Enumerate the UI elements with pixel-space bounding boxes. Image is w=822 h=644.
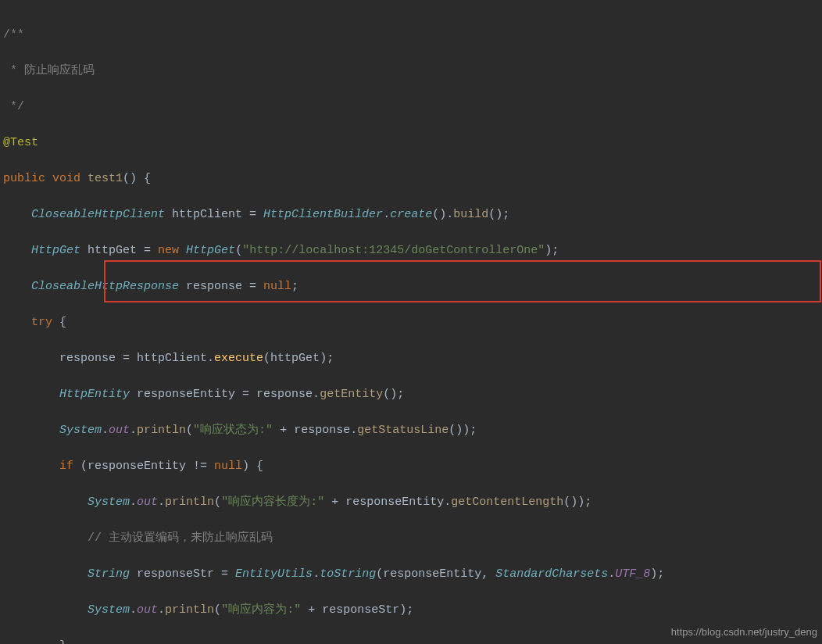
identifier: response	[186, 280, 242, 293]
type: System	[88, 603, 130, 617]
method: build	[453, 208, 488, 221]
identifier: response	[294, 424, 350, 437]
field: out	[137, 496, 158, 509]
method: toString	[320, 567, 376, 581]
type: System	[59, 424, 102, 437]
code-line: @Test	[3, 134, 819, 152]
identifier: responseStr	[322, 603, 399, 617]
method: getContentLength	[451, 496, 563, 509]
type: EntityUtils	[235, 567, 313, 581]
string: "响应状态为:"	[193, 424, 273, 437]
type: System	[88, 496, 130, 509]
annotation: @Test	[3, 136, 38, 149]
comment: /**	[3, 28, 24, 41]
code-line: if (responseEntity != null) {	[3, 457, 819, 475]
identifier: httpClient	[137, 352, 207, 365]
keyword: try	[31, 316, 52, 329]
type: String	[88, 567, 130, 581]
keyword: void	[52, 172, 80, 185]
string: "响应内容为:"	[221, 603, 301, 617]
code-line: System.out.println("响应内容长度为:" + response…	[3, 493, 819, 511]
type: HttpGet	[31, 244, 80, 257]
method: execute	[214, 352, 263, 365]
keyword: new	[158, 244, 179, 257]
code-line: CloseableHttpClient httpClient = HttpCli…	[3, 206, 819, 224]
identifier: response	[256, 388, 313, 401]
identifier: httpGet	[270, 352, 320, 365]
code-line: HttpGet httpGet = new HttpGet("http://lo…	[3, 242, 819, 259]
code-line: response = httpClient.execute(httpGet);	[3, 349, 819, 367]
keyword: public	[3, 172, 45, 185]
method: getEntity	[320, 388, 383, 401]
code-line: System.out.println("响应内容为:" + responseSt…	[3, 601, 819, 619]
type: HttpClientBuilder	[263, 208, 383, 221]
method: println	[165, 496, 214, 509]
type: StandardCharsets	[495, 567, 608, 581]
identifier: responseEntity	[345, 496, 444, 509]
op: =	[116, 352, 137, 365]
op: =	[235, 388, 256, 401]
identifier: httpClient	[172, 208, 242, 221]
identifier: response	[59, 352, 116, 365]
op: !=	[186, 460, 214, 473]
keyword: null	[214, 460, 242, 473]
code-line: /**	[3, 26, 819, 44]
comment: // 主动设置编码，来防止响应乱码	[88, 531, 273, 545]
identifier: httpGet	[88, 244, 137, 257]
method: println	[137, 424, 186, 437]
code-line: */	[3, 98, 819, 116]
identifier: responseEntity	[383, 567, 481, 581]
tokens: () {	[123, 172, 151, 185]
identifier: responseEntity	[88, 460, 186, 473]
code-line: CloseableHttpResponse response = null;	[3, 277, 819, 295]
method: println	[165, 603, 214, 617]
code-line: // 主动设置编码，来防止响应乱码	[3, 529, 819, 547]
code-line: System.out.println("响应状态为:" + response.g…	[3, 421, 819, 439]
op: =	[214, 567, 235, 581]
code-line: String responseStr = EntityUtils.toStrin…	[3, 565, 819, 583]
watermark: https://blog.csdn.net/justry_deng	[671, 623, 817, 641]
identifier: responseStr	[137, 567, 214, 581]
code-line: HttpEntity responseEntity = response.get…	[3, 385, 819, 403]
string: "响应内容长度为:"	[221, 496, 324, 509]
op: =	[242, 280, 263, 293]
op: =	[242, 208, 263, 221]
method-name: test1	[88, 172, 123, 185]
code-line: * 防止响应乱码	[3, 62, 819, 80]
code-line: try {	[3, 313, 819, 331]
type: HttpGet	[186, 244, 235, 257]
field: out	[109, 424, 130, 437]
method: create	[390, 208, 432, 221]
code-line: public void test1() {	[3, 170, 819, 188]
keyword: null	[263, 280, 291, 293]
identifier: responseEntity	[137, 388, 235, 401]
op: =	[137, 244, 158, 257]
field: out	[137, 603, 158, 617]
keyword: if	[59, 460, 73, 473]
comment: */	[3, 100, 24, 113]
type: CloseableHttpClient	[31, 208, 165, 221]
type: CloseableHttpResponse	[31, 280, 179, 293]
code-editor[interactable]: /** * 防止响应乱码 */ @Test public void test1(…	[3, 8, 819, 644]
field: UTF_8	[615, 567, 650, 581]
type: HttpEntity	[59, 388, 130, 401]
comment: * 防止响应乱码	[3, 64, 95, 77]
method: getStatusLine	[357, 424, 449, 437]
string: "http://localhost:12345/doGetControllerO…	[242, 244, 545, 257]
